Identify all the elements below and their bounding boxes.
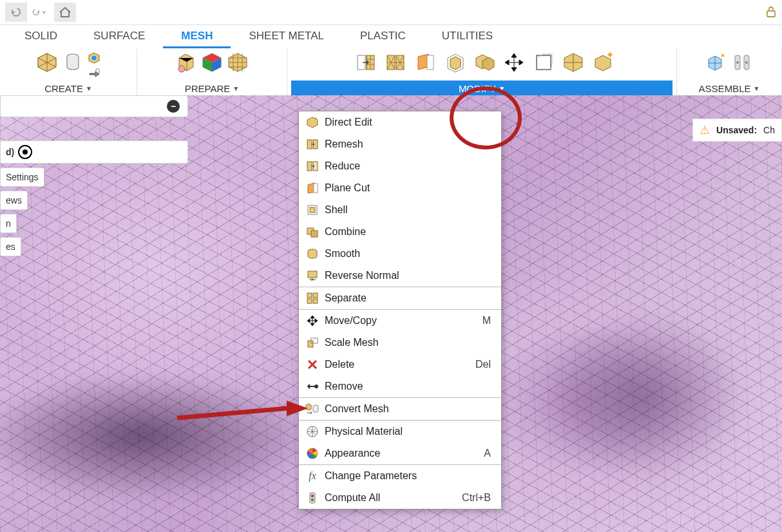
browser-item-es[interactable]: es (0, 237, 21, 256)
svg-marker-21 (595, 55, 611, 71)
svg-point-24 (736, 61, 739, 64)
tab-sheet-metal[interactable]: SHEET METAL (231, 24, 342, 48)
ribbon: CREATE▼ PREPARE▼ MOD (0, 48, 782, 97)
redo-dropdown-button[interactable] (28, 3, 50, 22)
menu-scale-mesh[interactable]: Scale Mesh (299, 332, 501, 354)
modify-combine-icon[interactable] (473, 51, 496, 74)
shell-icon (305, 203, 319, 217)
modify-edit-icon[interactable] (354, 51, 377, 74)
svg-rect-43 (308, 341, 313, 347)
menu-direct-edit[interactable]: Direct Edit (299, 111, 501, 133)
svg-point-51 (311, 495, 314, 497)
convert-mesh-icon (305, 402, 319, 416)
menu-convert-mesh[interactable]: Convert Mesh (299, 398, 501, 420)
panel-modify: MODIFY▼ (287, 48, 677, 96)
browser-item-ews[interactable]: ews (0, 191, 28, 210)
lock-icon (765, 5, 777, 20)
svg-point-25 (745, 61, 748, 64)
panel-create: CREATE▼ (0, 48, 137, 96)
appearance-icon (305, 446, 319, 461)
panel-prepare-label[interactable]: PREPARE▼ (141, 81, 283, 96)
menu-shell[interactable]: Shell (299, 199, 501, 221)
panel-prepare: PREPARE▼ (137, 48, 287, 96)
undo-button[interactable] (5, 3, 27, 22)
panel-create-label[interactable]: CREATE▼ (4, 81, 133, 96)
svg-marker-26 (307, 117, 318, 128)
tab-solid[interactable]: SOLID (6, 24, 75, 48)
svg-rect-41 (307, 299, 312, 303)
svg-rect-27 (307, 140, 312, 149)
create-cylinder-icon[interactable] (61, 51, 84, 74)
create-mesh-icon[interactable] (35, 51, 59, 74)
svg-rect-19 (537, 55, 551, 70)
menu-change-parameters[interactable]: fx Change Parameters (299, 465, 501, 487)
svg-rect-39 (307, 293, 312, 298)
menu-appearance[interactable]: AppearanceA (299, 442, 501, 464)
tab-mesh[interactable]: MESH (163, 24, 231, 48)
browser-item-n[interactable]: n (0, 214, 17, 233)
menu-reduce[interactable]: Reduce (299, 155, 501, 177)
menu-smooth[interactable]: Smooth (299, 243, 501, 265)
menu-remesh[interactable]: Remesh (299, 133, 501, 155)
modify-shell-icon[interactable] (443, 51, 466, 74)
modify-remesh-icon[interactable] (384, 51, 407, 74)
physical-material-icon (305, 424, 319, 439)
modify-new-icon[interactable] (591, 51, 615, 74)
prepare-wire-icon[interactable] (226, 51, 249, 74)
remesh-icon (305, 137, 319, 151)
home-button[interactable] (54, 3, 76, 22)
prepare-color-icon[interactable] (200, 51, 224, 74)
status-bar: ⚠ Unsaved: Ch (692, 119, 782, 142)
modify-dropdown-menu: Direct Edit Remesh Reduce Plane Cut Shel… (298, 111, 502, 509)
svg-rect-34 (310, 207, 315, 213)
browser-item-settings[interactable]: Settings (0, 167, 44, 187)
move-icon (305, 314, 319, 328)
svg-rect-38 (308, 271, 317, 278)
svg-rect-32 (314, 184, 318, 193)
menu-remove[interactable]: Remove (299, 375, 501, 397)
browser-collapse[interactable]: − (0, 95, 188, 117)
create-arrow-icon[interactable] (87, 66, 101, 81)
smooth-icon (305, 247, 319, 261)
menu-move-copy[interactable]: Move/CopyM (299, 310, 501, 332)
radio-selected-icon (18, 145, 32, 159)
browser-radio-item[interactable]: d) (0, 140, 188, 164)
tab-utilities[interactable]: UTILITIES (424, 24, 511, 48)
svg-point-45 (314, 385, 318, 388)
create-hex-icon[interactable] (87, 51, 101, 65)
menu-physical-material[interactable]: Physical Material (299, 421, 501, 442)
direct-edit-icon (305, 115, 319, 129)
svg-rect-40 (313, 293, 318, 298)
svg-rect-36 (311, 231, 318, 237)
menu-compute-all[interactable]: Compute AllCtrl+B (299, 487, 501, 509)
prepare-box-icon[interactable] (175, 51, 198, 74)
menu-reverse-normal[interactable]: Reverse Normal (299, 265, 501, 287)
reduce-icon (305, 159, 319, 173)
svg-rect-30 (313, 162, 318, 171)
svg-rect-29 (307, 162, 312, 171)
assemble-component-icon[interactable] (705, 51, 728, 74)
status-changes-text: Ch (763, 125, 775, 135)
modify-planecut-icon[interactable] (414, 51, 437, 74)
modify-scale-icon[interactable] (532, 51, 555, 74)
svg-rect-28 (313, 140, 318, 149)
svg-rect-50 (310, 493, 315, 503)
modify-move-icon[interactable] (502, 51, 526, 74)
menu-delete[interactable]: DeleteDel (299, 354, 501, 375)
scale-icon (305, 336, 319, 350)
menu-separate[interactable]: Separate (299, 287, 501, 309)
modify-facegroup-icon[interactable] (562, 51, 585, 74)
menu-plane-cut[interactable]: Plane Cut (299, 177, 501, 199)
compute-icon (305, 491, 319, 505)
assemble-joint-icon[interactable] (730, 51, 754, 74)
tab-plastic[interactable]: PLASTIC (342, 24, 424, 48)
combine-icon (305, 225, 319, 239)
menu-combine[interactable]: Combine (299, 221, 501, 243)
fx-icon: fx (305, 469, 319, 483)
plane-cut-icon (305, 181, 319, 195)
panel-modify-label[interactable]: MODIFY▼ (291, 81, 672, 96)
tab-surface[interactable]: SURFACE (75, 24, 163, 48)
warning-icon: ⚠ (700, 123, 710, 137)
svg-rect-0 (767, 11, 775, 17)
panel-assemble-label[interactable]: ASSEMBLE▼ (681, 81, 777, 96)
